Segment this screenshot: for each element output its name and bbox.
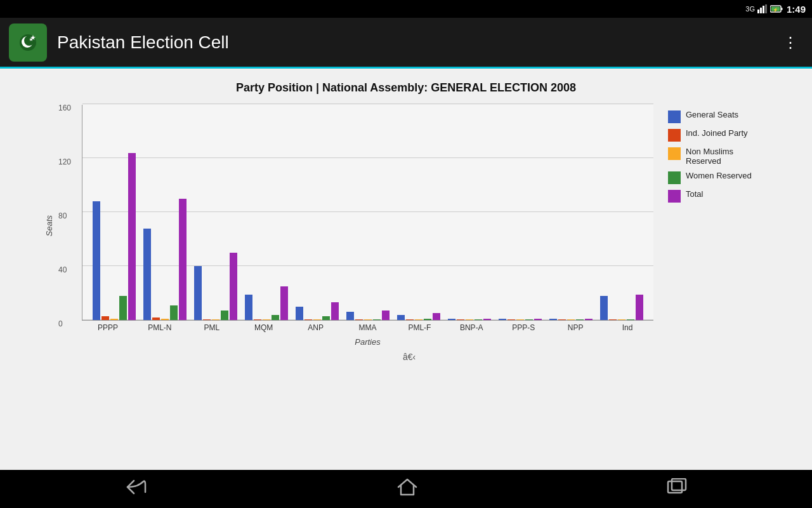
bar-nonMuslim: [263, 319, 270, 320]
bar-nonMuslim: [110, 319, 118, 320]
party-group: [190, 253, 241, 320]
bar-general: [93, 201, 100, 320]
bar-indJoined: [304, 319, 312, 320]
battery-icon: ⚡: [770, 4, 783, 13]
bar-general: [296, 307, 303, 320]
bar-women: [373, 319, 381, 320]
legend-color-box: [668, 190, 681, 203]
bar-general: [600, 296, 608, 320]
bar-general: [448, 319, 455, 320]
legend-item: General Seats: [668, 110, 763, 123]
legend-color-box: [668, 147, 681, 160]
bar-women: [221, 311, 228, 320]
legend-label: General Seats: [686, 110, 738, 119]
network-type: 3G: [745, 5, 755, 13]
x-axis-label: PPP-S: [497, 323, 549, 332]
party-group: [140, 199, 190, 320]
bar-total: [382, 311, 390, 320]
bar-women: [119, 296, 127, 320]
y-tick-label: 40: [58, 265, 67, 274]
app-title: Pakistan Election Cell: [57, 32, 229, 53]
chart-title: Party Position | National Assembly: GENE…: [236, 81, 576, 95]
bar-women: [424, 319, 431, 320]
x-axis: PPPPPML-NPMLMQMANPMMAPML-FBNP-APPP-SNPPI…: [82, 323, 653, 332]
footer-symbol: â€‹: [403, 352, 416, 362]
bar-total: [433, 313, 440, 320]
home-button[interactable]: [397, 478, 417, 500]
legend-color-box: [668, 171, 681, 184]
bottom-nav: [0, 470, 812, 508]
bar-indJoined: [508, 319, 515, 320]
legend-item: Women Reserved: [668, 171, 763, 184]
legend-label: Women Reserved: [686, 171, 752, 180]
legend-item: Ind. Joined Party: [668, 128, 763, 142]
bar-indJoined: [609, 319, 617, 320]
bars-container: [82, 105, 653, 320]
legend-color-box: [668, 110, 681, 123]
y-axis-label: Seats: [44, 215, 54, 236]
legend-label: Ind. Joined Party: [686, 128, 748, 138]
recents-button[interactable]: [667, 478, 687, 500]
x-axis-title: Parties: [82, 337, 653, 347]
svg-rect-2: [763, 6, 764, 13]
bar-total: [483, 319, 491, 320]
party-group: [546, 319, 596, 320]
bar-total: [230, 253, 237, 320]
bar-indJoined: [203, 319, 211, 320]
x-axis-label: PML-N: [134, 323, 186, 332]
bar-total: [280, 286, 288, 320]
x-axis-label: PPPP: [82, 323, 134, 332]
bar-nonMuslim: [161, 319, 169, 320]
y-tick-label: 80: [58, 211, 67, 220]
party-group: [495, 319, 546, 320]
x-axis-label: BNP-A: [445, 323, 497, 332]
bar-general: [245, 295, 252, 320]
app-header: Pakistan Election Cell ⋮: [0, 18, 812, 69]
bar-total: [534, 319, 542, 320]
party-group: [292, 302, 343, 320]
bar-total: [179, 199, 187, 320]
menu-button[interactable]: ⋮: [783, 34, 799, 51]
bar-women: [272, 315, 279, 321]
bar-women: [475, 319, 482, 320]
bar-total: [331, 302, 339, 320]
bar-indJoined: [355, 319, 363, 320]
bar-indJoined: [406, 319, 414, 320]
legend-item: Total: [668, 189, 763, 203]
back-button[interactable]: [125, 478, 148, 500]
svg-rect-0: [757, 10, 759, 13]
bar-nonMuslim: [516, 319, 524, 320]
x-axis-label: PML-F: [393, 323, 445, 332]
signal-bars-icon: [757, 4, 768, 13]
party-group: [596, 295, 647, 320]
bar-general: [549, 319, 557, 320]
bar-women: [170, 305, 178, 320]
bar-women: [525, 319, 533, 320]
clock: 1:49: [787, 4, 806, 15]
legend-label: Non Muslims Reserved: [686, 147, 763, 166]
bar-total: [128, 153, 136, 321]
x-axis-label: Ind: [601, 323, 653, 332]
legend-label: Total: [686, 189, 703, 199]
chart-area: Seats 04080120160 PPPPPML-NPMLMQMANPMMAP…: [44, 105, 768, 347]
bar-indJoined: [558, 319, 566, 320]
x-axis-label: ANP: [290, 323, 342, 332]
svg-rect-15: [672, 479, 686, 490]
bar-nonMuslim: [313, 319, 321, 320]
svg-rect-1: [760, 8, 762, 13]
grid-line: [82, 104, 653, 104]
party-group: [444, 319, 495, 320]
y-tick-label: 160: [58, 104, 71, 112]
party-group: [241, 286, 292, 320]
bar-total: [636, 295, 643, 320]
bar-nonMuslim: [466, 319, 473, 320]
x-axis-label: MQM: [238, 323, 290, 332]
bar-nonMuslim: [415, 319, 422, 320]
bar-nonMuslim: [212, 319, 219, 320]
bar-nonMuslim: [618, 319, 625, 320]
legend-item: Non Muslims Reserved: [668, 147, 763, 166]
bar-general: [346, 312, 354, 320]
app-icon: [9, 23, 47, 62]
bar-general: [143, 229, 151, 321]
main-content: Party Position | National Assembly: GENE…: [0, 69, 812, 470]
